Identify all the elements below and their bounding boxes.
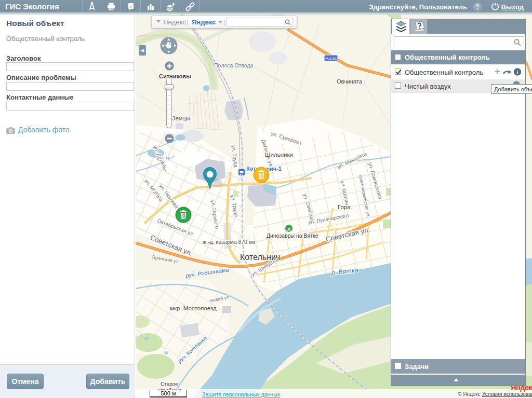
svg-text:Овчинята: Овчинята — [337, 78, 363, 85]
svg-text:Полоса Отвода: Полоса Отвода — [214, 62, 253, 68]
svg-text:Динозавры на Вятке: Динозавры на Вятке — [267, 232, 318, 239]
svg-text:Земцы: Земцы — [172, 115, 190, 121]
svg-text:Д: Д — [287, 227, 290, 231]
svg-text:Гора: Гора — [338, 204, 351, 210]
svg-text:Ситниковы: Ситниковы — [159, 73, 191, 79]
svg-text:Старое: Старое — [161, 381, 178, 387]
svg-text:ж.-д. казарма 870 км: ж.-д. казарма 870 км — [203, 239, 255, 245]
svg-text:Р-176: Р-176 — [325, 57, 337, 61]
svg-text:i: i — [517, 70, 518, 75]
svg-text:Шильники: Шильники — [265, 152, 293, 158]
svg-text:мкр. Мостопоезд: мкр. Мостопоезд — [170, 305, 217, 311]
svg-text:Котельнич: Котельнич — [240, 253, 280, 262]
